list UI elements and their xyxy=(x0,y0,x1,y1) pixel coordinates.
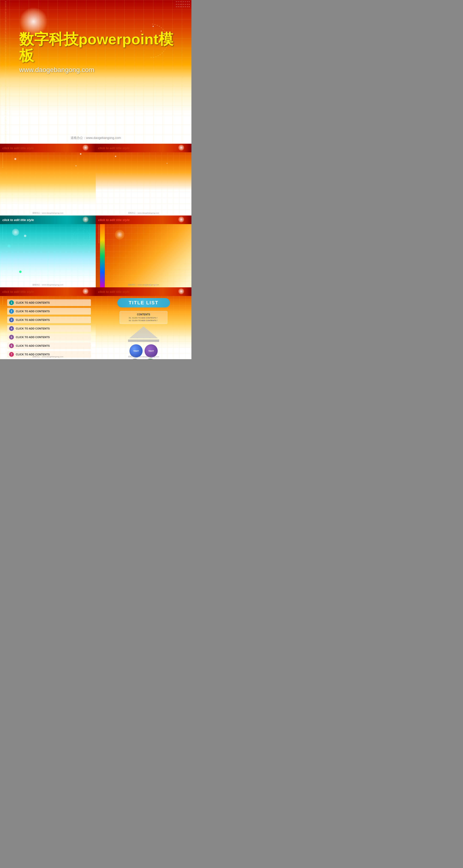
slide-5-colorful-strip xyxy=(100,224,105,287)
slides-row-2: 01010100101001010010100 click to edit ti… xyxy=(0,216,191,287)
slide-1-title-block: 数字科技powerpoint模板 www.daogebangong.com xyxy=(19,31,182,74)
slide-3-footer: 道格办公：www.daogebangong.com xyxy=(96,212,191,214)
sparkle-1 xyxy=(14,158,16,160)
slide-3-header-title: click to edit title style xyxy=(98,146,130,150)
slide-6: 010101001010 click to edit title style 1… xyxy=(0,287,96,359)
slide-2-grid xyxy=(0,144,96,216)
slide-3-header: click to edit title style xyxy=(96,144,191,152)
slide-5-footer: 道格办公：www.daogebangong.com xyxy=(96,283,191,286)
contents-items: 01. CLICK TO ADD CONTENTS！02. CLICK TO A… xyxy=(124,316,164,322)
list-item[interactable]: 1 CLICK TO ADD CONTENTS xyxy=(7,299,91,306)
slide-7-footer: 道格办公：www.daogebangong.com xyxy=(96,355,191,358)
slides-row-1: 01010100101001010010100 click to edit ti… xyxy=(0,144,191,216)
slide-5-binary-strip: 0101010010100101001010010100 xyxy=(96,224,100,287)
item-text-4: CLICK TO ADD CONTENTS xyxy=(16,327,50,330)
item-num-3: 3 xyxy=(9,317,14,322)
slide-2-header-glow xyxy=(82,145,89,151)
teal-glow-2 xyxy=(7,244,11,248)
slide-2-header: click to edit title style xyxy=(0,144,96,152)
list-item[interactable]: 2 CLICK TO ADD CONTENTS xyxy=(7,308,91,315)
slide-6-header-glow xyxy=(82,288,89,294)
svg-point-0 xyxy=(153,26,154,27)
item-text-1: CLICK TO ADD CONTENTS xyxy=(16,301,50,304)
slide-4-header-glow xyxy=(82,216,89,222)
item-num-6: 6 xyxy=(9,343,14,348)
title-list-container: TITLE LIST CONTENTS 01. CLICK TO ADD CON… xyxy=(100,298,187,354)
slide-2: 01010100101001010010100 click to edit ti… xyxy=(0,144,96,216)
list-item[interactable]: 3 CLICK TO ADD CONTENTS xyxy=(7,316,91,323)
title-list-banner: TITLE LIST xyxy=(117,298,170,307)
item-num-5: 5 xyxy=(9,335,14,340)
slide-5-header-glow xyxy=(178,216,184,222)
item-text-6: CLICK TO ADD CONTENTS xyxy=(16,344,50,347)
slide-3-grid xyxy=(96,144,191,216)
slide-5-header: click to edit title style xyxy=(96,216,191,224)
slide-4: 01010100101001010010100 click to edit ti… xyxy=(0,216,96,287)
slide-5-glow xyxy=(115,230,125,240)
slide-5-grid xyxy=(96,216,191,287)
slide-4-header-title: click to edit title style xyxy=(2,218,34,222)
slide-6-footer: 道格办公：www.daogebangong.com xyxy=(0,355,96,358)
sparkle-5 xyxy=(167,163,167,164)
slide-6-header: click to edit title style xyxy=(0,287,96,296)
sparkle-4 xyxy=(115,156,116,157)
item-text-2: CLICK TO ADD CONTENTS xyxy=(16,310,50,313)
pyramid-shape xyxy=(128,327,159,344)
item-text-3: CLICK TO ADD CONTENTS xyxy=(16,318,50,321)
slide-7-header-glow xyxy=(178,288,184,294)
balls-row-2: TEXT TEXT xyxy=(129,359,158,359)
triangle-base xyxy=(128,340,159,342)
slide-7: click to edit title style TITLE LIST CON… xyxy=(96,287,191,359)
slide-2-footer: 道格办公：www.daogebangong.com xyxy=(0,212,96,214)
slide-6-binary: 010101001010 xyxy=(0,296,4,359)
dots-pattern xyxy=(176,1,190,8)
slide-4-header: click to edit title style xyxy=(0,216,96,224)
svg-point-5 xyxy=(75,231,87,243)
slide-4-binary: 01010100101001010010100 xyxy=(0,224,4,287)
sparkle-2 xyxy=(75,165,76,166)
item-num-1: 1 xyxy=(9,300,14,305)
slides-row-3: 010101001010 click to edit title style 1… xyxy=(0,287,191,359)
ball-4: TEXT xyxy=(143,359,158,359)
green-dot xyxy=(19,271,22,273)
slide-2-header-title: click to edit title style xyxy=(2,146,34,150)
teal-glow-3 xyxy=(24,235,26,237)
contents-box: CONTENTS 01. CLICK TO ADD CONTENTS！02. C… xyxy=(120,311,167,324)
slide-1: 0100101001010010100101010010101001010010… xyxy=(0,0,191,144)
item-num-4: 4 xyxy=(9,326,14,331)
item-text-5: CLICK TO ADD CONTENTS xyxy=(16,336,50,339)
slide-7-header-title: click to edit title style xyxy=(98,290,130,293)
slide-1-footer: 道格办公：www.daogebangong.com xyxy=(0,136,191,140)
slide-6-header-title: click to edit title style xyxy=(2,290,34,293)
list-item[interactable]: 4 CLICK TO ADD CONTENTS xyxy=(7,325,91,332)
ball-3: TEXT xyxy=(129,359,141,359)
slide-3: click to edit title style 道格办公：www.daoge… xyxy=(96,144,191,216)
teal-arc xyxy=(69,225,93,249)
sparkle-3 xyxy=(80,153,81,155)
slide-5: click to edit title style 01010100101001… xyxy=(96,216,191,287)
slide-7-header: click to edit title style xyxy=(96,287,191,296)
teal-glow-1 xyxy=(12,229,19,236)
item-num-2: 2 xyxy=(9,309,14,314)
slide-1-main-title: 数字科技powerpoint模板 xyxy=(19,31,182,64)
slide-4-footer: 道格办公：www.daogebangong.com xyxy=(0,283,96,286)
slide-3-header-glow xyxy=(178,145,184,151)
contents-label: CONTENTS xyxy=(124,313,164,316)
slide-1-binary: 0100101001010010100101010010101001010010… xyxy=(0,0,7,144)
triangle xyxy=(129,327,158,338)
slide-5-header-title: click to edit title style xyxy=(98,218,130,222)
content-list: 1 CLICK TO ADD CONTENTS 2 CLICK TO ADD C… xyxy=(7,299,91,359)
list-item[interactable]: 5 CLICK TO ADD CONTENTS xyxy=(7,334,91,341)
slide-2-binary: 01010100101001010010100 xyxy=(0,152,4,216)
list-item[interactable]: 6 CLICK TO ADD CONTENTS xyxy=(7,342,91,349)
slide-1-subtitle: www.daogebangong.com xyxy=(19,66,182,74)
